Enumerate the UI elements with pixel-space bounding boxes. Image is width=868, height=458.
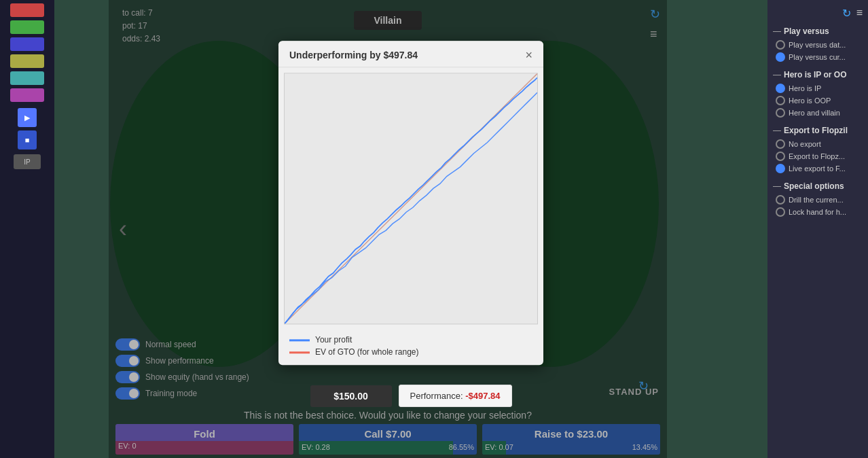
lock-hand-option[interactable]: Lock hand for h... — [773, 207, 863, 217]
performance-display: Performance: -$497.84 — [399, 385, 512, 407]
right-sidebar: ↻ ≡ — Play versus Play versus dat... Pla… — [767, 0, 868, 458]
color-block-4[interactable] — [10, 54, 44, 68]
price-button[interactable]: $150.00 — [310, 385, 392, 407]
hero-and-villain-option[interactable]: Hero and villain — [773, 108, 863, 118]
live-export-radio[interactable] — [776, 164, 785, 173]
play-versus-cur-radio[interactable] — [776, 52, 785, 62]
export-flopz-radio[interactable] — [776, 152, 785, 161]
drill-current-label: Drill the curren... — [789, 196, 844, 204]
sidebar-blue-btn[interactable]: ▶ — [18, 108, 37, 127]
modal-close-button[interactable]: × — [525, 49, 532, 61]
hero-ip-title: Hero is IP or OO — [784, 70, 846, 80]
export-section: — Export to Flopzil No export Export to … — [773, 126, 863, 173]
sidebar-input[interactable]: IP — [14, 154, 41, 169]
live-export-option[interactable]: Live export to F... — [773, 164, 863, 173]
right-refresh-icon[interactable]: ↻ — [842, 7, 851, 20]
hero-and-villain-radio[interactable] — [776, 108, 785, 118]
game-area: Villain to call: 7 pot: 17 odds: 2.43 ↻ … — [54, 0, 767, 458]
performance-label: Performance: — [410, 391, 463, 401]
hero-is-ip-radio[interactable] — [776, 84, 785, 93]
performance-value: -$497.84 — [465, 391, 500, 401]
modal-header: Underperforming by $497.84 × — [278, 41, 543, 67]
live-export-label: Live export to F... — [789, 164, 846, 173]
hero-is-ip-option[interactable]: Hero is IP — [773, 84, 863, 93]
legend-gto: EV of GTO (for whole range) — [289, 347, 532, 357]
play-versus-dat-option[interactable]: Play versus dat... — [773, 40, 863, 50]
left-sidebar: ▶ ■ IP — [0, 0, 54, 458]
play-versus-cur-label: Play versus cur... — [789, 53, 846, 61]
hero-is-oop-radio[interactable] — [776, 96, 785, 105]
play-versus-header: — Play versus — [773, 27, 863, 36]
export-flopz-option[interactable]: Export to Flopz... — [773, 152, 863, 161]
color-block-6[interactable] — [10, 88, 44, 102]
play-versus-cur-option[interactable]: Play versus cur... — [773, 52, 863, 62]
hero-is-oop-option[interactable]: Hero is OOP — [773, 96, 863, 105]
modal-legend: Your profit EV of GTO (for whole range) — [278, 330, 543, 365]
special-options-section: — Special options Drill the curren... Lo… — [773, 181, 863, 217]
hero-and-villain-label: Hero and villain — [789, 109, 840, 117]
color-block-1[interactable] — [10, 3, 44, 17]
no-export-label: No export — [789, 140, 821, 148]
modal-title: Underperforming by $497.84 — [289, 50, 418, 60]
color-block-5[interactable] — [10, 71, 44, 85]
export-header: — Export to Flopzil — [773, 126, 863, 135]
special-options-header: — Special options — [773, 181, 863, 191]
no-export-radio[interactable] — [776, 139, 785, 149]
gto-label: EV of GTO (for whole range) — [315, 347, 419, 357]
gto-line-color — [289, 351, 310, 353]
color-block-2[interactable] — [10, 20, 44, 34]
export-flopz-label: Export to Flopz... — [789, 152, 845, 160]
hero-is-oop-label: Hero is OOP — [789, 96, 831, 105]
modal-chart — [284, 73, 538, 324]
modal-bottom-bar: $150.00 Performance: -$497.84 — [54, 385, 767, 407]
special-options-title: Special options — [784, 181, 844, 191]
legend-profit: Your profit — [289, 335, 532, 345]
play-versus-title: Play versus — [784, 27, 829, 36]
right-sidebar-top-icons: ↻ ≡ — [773, 7, 863, 20]
play-versus-dat-radio[interactable] — [776, 40, 785, 50]
hero-ip-section: — Hero is IP or OO Hero is IP Hero is OO… — [773, 70, 863, 118]
play-versus-section: — Play versus Play versus dat... Play ve… — [773, 27, 863, 62]
performance-modal: Underperforming by $497.84 × Your profit — [278, 41, 543, 365]
hero-ip-header: — Hero is IP or OO — [773, 70, 863, 80]
hero-is-ip-label: Hero is IP — [789, 84, 821, 92]
profit-line-color — [289, 339, 310, 341]
play-versus-dat-label: Play versus dat... — [789, 41, 846, 49]
sidebar-dark-btn[interactable]: ■ — [18, 130, 37, 149]
export-title: Export to Flopzil — [784, 126, 848, 135]
drill-current-radio[interactable] — [776, 195, 785, 205]
lock-hand-radio[interactable] — [776, 207, 785, 217]
profit-label: Your profit — [315, 335, 352, 345]
color-block-3[interactable] — [10, 37, 44, 51]
right-menu-icon[interactable]: ≡ — [856, 7, 863, 20]
drill-current-option[interactable]: Drill the curren... — [773, 195, 863, 205]
lock-hand-label: Lock hand for h... — [789, 208, 846, 216]
no-export-option[interactable]: No export — [773, 139, 863, 149]
